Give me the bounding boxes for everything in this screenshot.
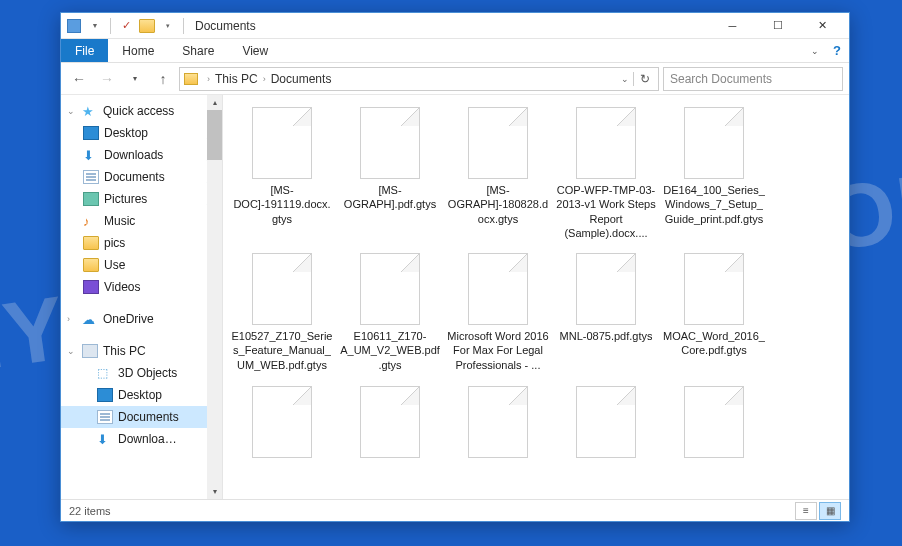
sidebar-item-music[interactable]: ♪Music: [61, 210, 222, 232]
nav-this-pc[interactable]: ⌄ This PC: [61, 340, 222, 362]
window-controls: ─ ☐ ✕: [710, 13, 845, 39]
search-input[interactable]: Search Documents: [663, 67, 843, 91]
minimize-button[interactable]: ─: [710, 13, 755, 39]
file-item[interactable]: [555, 386, 657, 462]
file-icon: [252, 107, 312, 179]
downloads-icon: ⬇: [97, 432, 113, 446]
qat-chevron-icon[interactable]: ▾: [159, 17, 177, 35]
refresh-icon[interactable]: ↻: [633, 72, 650, 86]
sidebar-item-downloads[interactable]: ⬇Downloa…: [61, 428, 222, 450]
scroll-down-icon[interactable]: ▾: [207, 484, 222, 499]
file-icon: [360, 107, 420, 179]
recent-dropdown-icon[interactable]: ▾: [123, 67, 147, 91]
scroll-thumb[interactable]: [207, 110, 222, 160]
sidebar-item-videos[interactable]: Videos: [61, 276, 222, 298]
qat-separator: [110, 18, 111, 34]
crumb-documents[interactable]: Documents: [271, 72, 332, 86]
file-item[interactable]: DE164_100_Series_Windows_7_Setup_Guide_p…: [663, 107, 765, 239]
back-button[interactable]: ←: [67, 67, 91, 91]
file-item[interactable]: [447, 386, 549, 462]
nav-quick-access[interactable]: ⌄ ★ Quick access: [61, 100, 222, 122]
file-item[interactable]: [MS-DOC]-191119.docx.gtys: [231, 107, 333, 239]
sidebar-item-downloads[interactable]: ⬇Downloads📌: [61, 144, 222, 166]
folder-icon[interactable]: [138, 17, 156, 35]
file-item[interactable]: [339, 386, 441, 462]
nav-scrollbar[interactable]: ▴ ▾: [207, 95, 222, 499]
undo-icon[interactable]: ✓: [117, 17, 135, 35]
tab-home[interactable]: Home: [108, 39, 168, 62]
quick-access-toolbar: ▼ ✓ ▾: [65, 17, 187, 35]
up-button[interactable]: ↑: [151, 67, 175, 91]
folder-icon: [184, 73, 198, 85]
sidebar-item-pictures[interactable]: Pictures📌: [61, 188, 222, 210]
scroll-up-icon[interactable]: ▴: [207, 95, 222, 110]
sidebar-item-pics[interactable]: pics: [61, 232, 222, 254]
expand-icon[interactable]: ⌄: [67, 106, 77, 116]
nav-onedrive[interactable]: › ☁ OneDrive: [61, 308, 222, 330]
folder-icon: [83, 258, 99, 272]
help-icon[interactable]: ?: [825, 39, 849, 62]
expand-icon[interactable]: ›: [67, 314, 77, 324]
file-name: [MS-OGRAPH].pdf.gtys: [339, 183, 441, 212]
file-icon: [684, 253, 744, 325]
maximize-button[interactable]: ☐: [755, 13, 800, 39]
details-view-button[interactable]: ≡: [795, 502, 817, 520]
star-icon: ★: [82, 104, 98, 118]
file-item[interactable]: COP-WFP-TMP-03-2013-v1 Work Steps Report…: [555, 107, 657, 239]
expand-icon[interactable]: ⌄: [67, 346, 77, 356]
3d-icon: ⬚: [97, 366, 113, 380]
downloads-icon: ⬇: [83, 148, 99, 162]
nav-label: Downloads: [104, 148, 163, 162]
nav-label: Documents: [104, 170, 165, 184]
nav-label: Desktop: [104, 126, 148, 140]
doc-icon: [97, 410, 113, 424]
chevron-right-icon[interactable]: ›: [202, 74, 215, 84]
nav-label: pics: [104, 236, 125, 250]
file-item[interactable]: E10611_Z170-A_UM_V2_WEB.pdf.gtys: [339, 253, 441, 372]
nav-label: This PC: [103, 344, 146, 358]
chevron-down-icon[interactable]: ⌄: [621, 74, 629, 84]
forward-button[interactable]: →: [95, 67, 119, 91]
icons-view-button[interactable]: ▦: [819, 502, 841, 520]
file-name: DE164_100_Series_Windows_7_Setup_Guide_p…: [663, 183, 765, 226]
file-icon: [576, 253, 636, 325]
content-area: ⌄ ★ Quick access Desktop📌⬇Downloads📌Docu…: [61, 95, 849, 499]
file-item[interactable]: [MS-OGRAPH].pdf.gtys: [339, 107, 441, 239]
crumb-this-pc[interactable]: This PC: [215, 72, 258, 86]
sidebar-item-3d-objects[interactable]: ⬚3D Objects: [61, 362, 222, 384]
titlebar: ▼ ✓ ▾ Documents ─ ☐ ✕: [61, 13, 849, 39]
ribbon-collapse-icon[interactable]: ⌄: [805, 39, 825, 62]
tab-view[interactable]: View: [228, 39, 282, 62]
file-item[interactable]: Microsoft Word 2016 For Max For Legal Pr…: [447, 253, 549, 372]
sidebar-item-documents[interactable]: Documents📌: [61, 166, 222, 188]
qat-separator: [183, 18, 184, 34]
item-count: 22 items: [69, 505, 111, 517]
statusbar: 22 items ≡ ▦: [61, 499, 849, 521]
file-item[interactable]: MOAC_Word_2016_Core.pdf.gtys: [663, 253, 765, 372]
close-button[interactable]: ✕: [800, 13, 845, 39]
file-icon: [252, 386, 312, 458]
sidebar-item-documents[interactable]: Documents: [61, 406, 222, 428]
sidebar-item-desktop[interactable]: Desktop📌: [61, 122, 222, 144]
qat-dropdown-icon[interactable]: ▼: [86, 17, 104, 35]
file-icon: [684, 107, 744, 179]
file-icon: [252, 253, 312, 325]
file-icon: [576, 107, 636, 179]
file-item[interactable]: [231, 386, 333, 462]
sidebar-item-use[interactable]: Use: [61, 254, 222, 276]
file-name: MNL-0875.pdf.gtys: [560, 329, 653, 343]
folder-icon: [83, 236, 99, 250]
desktop-icon: [83, 126, 99, 140]
file-grid[interactable]: [MS-DOC]-191119.docx.gtys[MS-OGRAPH].pdf…: [223, 95, 849, 499]
breadcrumb[interactable]: › This PC › Documents ⌄ ↻: [179, 67, 659, 91]
nav-label: Documents: [118, 410, 179, 424]
tab-share[interactable]: Share: [168, 39, 228, 62]
properties-icon[interactable]: [65, 17, 83, 35]
file-item[interactable]: E10527_Z170_Series_Feature_Manual_UM_WEB…: [231, 253, 333, 372]
tab-file[interactable]: File: [61, 39, 108, 62]
file-item[interactable]: [MS-OGRAPH]-180828.docx.gtys: [447, 107, 549, 239]
file-item[interactable]: MNL-0875.pdf.gtys: [555, 253, 657, 372]
file-item[interactable]: [663, 386, 765, 462]
sidebar-item-desktop[interactable]: Desktop: [61, 384, 222, 406]
chevron-right-icon[interactable]: ›: [258, 74, 271, 84]
